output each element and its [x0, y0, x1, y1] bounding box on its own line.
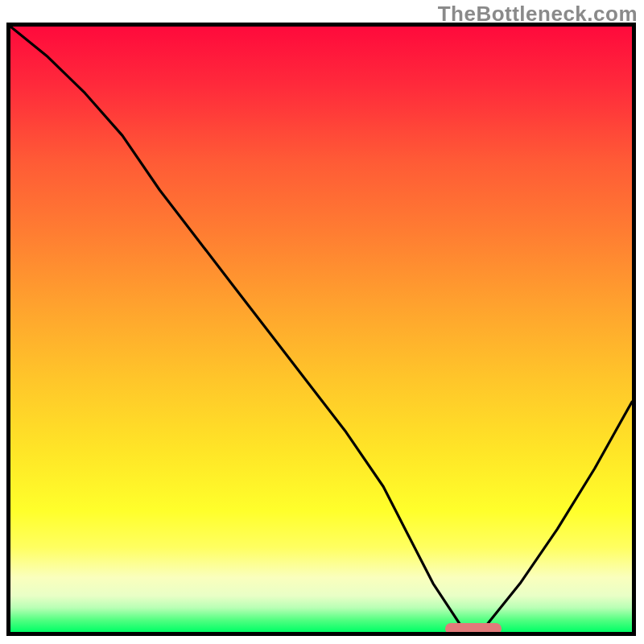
bottleneck-curve	[10, 27, 632, 632]
optimal-range-marker	[445, 623, 501, 634]
plot-area	[6, 23, 636, 636]
watermark-text: TheBottleneck.com	[438, 2, 638, 27]
chart-frame: TheBottleneck.com	[0, 0, 644, 644]
